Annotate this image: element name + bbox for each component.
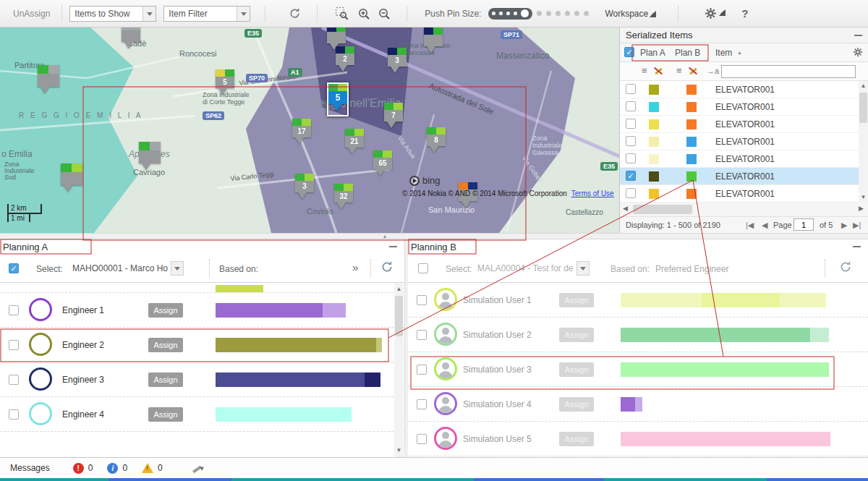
map-pushpin[interactable]: 3 — [388, 48, 407, 77]
row-checkbox[interactable] — [626, 153, 636, 163]
map-pushpin[interactable]: 21 — [345, 129, 364, 158]
assign-button[interactable]: Assign — [559, 397, 594, 412]
row-checkbox[interactable] — [626, 101, 636, 111]
zoom-selection-icon[interactable] — [335, 7, 349, 20]
map-pushpin[interactable]: 32 — [334, 184, 353, 213]
row-checkbox[interactable] — [9, 305, 19, 315]
collapse-handle-icon[interactable]: ▴ — [383, 233, 386, 239]
table-row[interactable]: ELEVATOR001 — [620, 133, 868, 150]
refresh-icon[interactable] — [289, 7, 301, 20]
prev-page-icon[interactable]: ◀ — [762, 221, 767, 230]
row-checkbox[interactable] — [417, 330, 427, 340]
first-page-icon[interactable]: |◀ — [746, 221, 754, 230]
row-checkbox[interactable] — [626, 119, 636, 129]
collapse-icon[interactable] — [854, 35, 862, 36]
table-row[interactable]: ELEVATOR001 — [620, 116, 868, 133]
table-row[interactable]: ✓ELEVATOR001 — [620, 168, 868, 185]
column-settings-gear-icon[interactable] — [853, 47, 863, 57]
map-pushpin[interactable]: 3 — [295, 174, 314, 203]
next-page-icon[interactable]: ▶ — [841, 221, 847, 230]
last-page-icon[interactable]: ▶| — [853, 221, 861, 230]
zoom-in-icon[interactable] — [357, 7, 370, 20]
horizontal-scrollbar[interactable]: ◀ ▶ — [620, 203, 868, 217]
unassign-button[interactable]: UnAssign — [9, 9, 54, 19]
column-header-plan-b[interactable]: Plan B — [675, 48, 700, 58]
scroll-up-icon[interactable]: ▲ — [394, 284, 404, 294]
items-to-show-select[interactable]: Items to Show — [69, 6, 156, 22]
map-pushpin[interactable] — [38, 65, 59, 98]
row-checkbox[interactable] — [417, 365, 427, 375]
assign-button[interactable]: Assign — [148, 373, 183, 387]
map-pushpin[interactable]: 2 — [336, 46, 354, 76]
table-row[interactable]: ELEVATOR001 — [620, 98, 868, 116]
map-pushpin[interactable] — [61, 163, 82, 196]
plan-enabled-checkbox[interactable] — [418, 263, 428, 273]
collapse-icon[interactable] — [389, 246, 397, 247]
pin-size-slider[interactable] — [488, 8, 532, 20]
row-checkbox[interactable] — [417, 295, 427, 305]
table-row[interactable]: ELEVATOR001 — [620, 185, 868, 203]
scroll-left-icon[interactable]: ◀ — [623, 205, 628, 212]
zoom-out-icon[interactable] — [378, 7, 391, 20]
row-checkbox[interactable] — [626, 84, 636, 94]
item-filter-select[interactable]: Item Filter — [163, 6, 250, 22]
scroll-right-icon[interactable]: ▶ — [859, 205, 864, 212]
map-pushpin[interactable]: 5 — [216, 69, 234, 99]
assign-button[interactable]: Assign — [148, 303, 183, 318]
row-checkbox[interactable]: ✓ — [626, 171, 636, 181]
horizontal-splitter[interactable]: ▴ — [0, 233, 868, 239]
help-icon[interactable]: ? — [741, 7, 748, 20]
map-pushpin[interactable]: 8 — [427, 127, 446, 157]
row-checkbox[interactable] — [9, 340, 19, 350]
log-pencil-icon[interactable] — [192, 462, 203, 474]
plan-select-combo[interactable]: MAHO00001 - Marco Ho — [72, 260, 184, 276]
column-header-plan-a[interactable]: Plan A — [640, 48, 665, 58]
row-checkbox[interactable] — [9, 375, 19, 385]
scrollbar-thumb[interactable] — [859, 93, 867, 123]
row-checkbox[interactable] — [417, 399, 427, 409]
row-checkbox[interactable] — [626, 136, 636, 146]
column-header-item[interactable]: Item — [715, 48, 732, 58]
plan-a-list-filter-icon[interactable]: ≡ — [642, 66, 647, 76]
row-checkbox[interactable] — [9, 409, 19, 420]
plan-enabled-checkbox[interactable]: ✓ — [9, 263, 19, 273]
select-all-checkbox[interactable]: ✓ — [624, 47, 634, 57]
map-pushpin[interactable] — [122, 27, 140, 53]
item-filter-input[interactable] — [721, 65, 856, 78]
assign-button[interactable]: Assign — [559, 432, 594, 446]
substring-filter-icon[interactable]: →a — [707, 66, 719, 76]
refresh-icon[interactable] — [380, 260, 393, 273]
scrollbar-thumb[interactable] — [633, 205, 692, 214]
vertical-scrollbar[interactable]: ▲ ▼ — [859, 81, 868, 203]
plan-b-clear-edit-icon[interactable] — [688, 66, 698, 76]
assign-button[interactable]: Assign — [559, 328, 594, 342]
map-pushpin[interactable]: 5 — [327, 82, 349, 116]
plan-a-clear-edit-icon[interactable] — [653, 66, 663, 76]
map-pushpin[interactable]: 7 — [384, 103, 403, 132]
row-checkbox[interactable] — [626, 188, 636, 198]
table-row[interactable]: ELEVATOR001 — [620, 81, 868, 98]
terms-of-use-link[interactable]: Terms of Use — [571, 190, 614, 197]
table-row[interactable]: ELEVATOR001 — [620, 150, 868, 168]
map-pushpin[interactable] — [139, 142, 161, 174]
refresh-icon[interactable] — [839, 260, 852, 273]
map-canvas[interactable]: CadèRoncocesiMassenzaticoZona Industrial… — [0, 27, 619, 233]
vertical-scrollbar[interactable]: ▲ ▼ — [394, 283, 404, 457]
workspace-menu[interactable]: Workspace — [605, 9, 656, 19]
plan-select-combo[interactable]: MALA00004 - Test for de — [477, 260, 590, 276]
plan-b-list-filter-icon[interactable]: ≡ — [676, 66, 682, 76]
scrollbar-thumb[interactable] — [395, 296, 403, 336]
assign-button[interactable]: Assign — [559, 362, 594, 377]
row-checkbox[interactable] — [417, 434, 427, 444]
page-input[interactable] — [793, 218, 814, 231]
push-pin-size-control[interactable]: Push Pin Size: — [425, 8, 589, 20]
overflow-more-icon[interactable]: » — [352, 261, 358, 273]
scroll-up-icon[interactable]: ▲ — [859, 81, 868, 91]
collapse-icon[interactable] — [853, 246, 861, 247]
map-pushpin[interactable] — [424, 27, 443, 57]
scroll-down-icon[interactable]: ▼ — [859, 192, 868, 203]
assign-button[interactable]: Assign — [148, 407, 183, 422]
assign-button[interactable]: Assign — [148, 338, 183, 352]
map-pushpin[interactable]: 65 — [373, 150, 392, 180]
map-pushpin[interactable]: 17 — [292, 119, 311, 148]
